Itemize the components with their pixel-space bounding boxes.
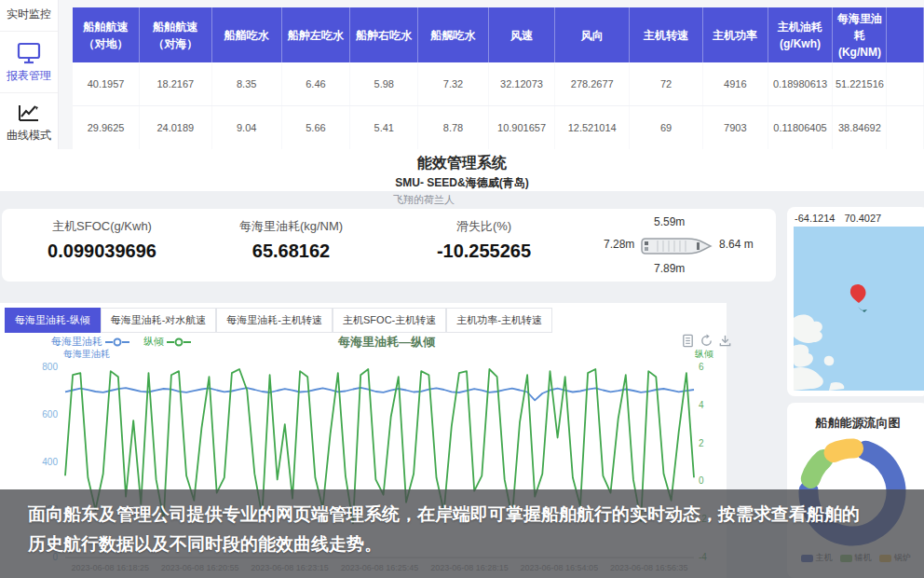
table-cell: 9.04	[211, 106, 281, 150]
map-latitude: 70.4027	[844, 213, 881, 224]
top-section: 实时监控 报表管理 曲线模式 船舶航速（对地）船舶航速（对海）船艏吃水船舯左吃水…	[0, 0, 924, 149]
table-cell: 5.41	[350, 106, 418, 150]
stats-card: 主机SFOC(g/Kwh) 0.099039696 每海里油耗(kg/NM) 6…	[2, 209, 776, 282]
chart-tab-4[interactable]: 主机功率-主机转速	[446, 308, 552, 333]
sidebar-item-label: 曲线模式	[0, 125, 58, 146]
stat-fuel-per-nm: 每海里油耗(kg/NM) 65.68162	[200, 218, 382, 262]
draft-aft-value: 7.89m	[654, 262, 685, 275]
table-cell: 18.2167	[140, 62, 211, 106]
stat-sfoc: 主机SFOC(g/Kwh) 0.099039696	[11, 218, 193, 262]
table-cell: 6.46	[281, 62, 349, 106]
draft-diagram: 5.59m 7.28m 8.64 m 7.89m	[587, 209, 773, 282]
sidebar: 实时监控 报表管理 曲线模式	[0, 0, 59, 149]
page-subtitle: SMU- SEED&海德威(青岛)	[0, 175, 924, 191]
table-cell: 32.12073	[488, 62, 555, 106]
table-cell: 24.0189	[140, 106, 211, 150]
table-cell: 5.66	[281, 106, 349, 150]
donut-segment-辅机	[810, 460, 823, 479]
ship-top-view-icon	[639, 237, 713, 255]
table-cell: 69	[630, 106, 703, 150]
stat-label: 每海里油耗(kg/NM)	[200, 218, 382, 235]
table-cell: 0.11806405	[768, 106, 833, 150]
chart-tab-2[interactable]: 每海里油耗-主机转速	[216, 308, 333, 333]
table-column-header: 船舶航速（对海）	[140, 7, 211, 62]
table-cell	[887, 62, 924, 106]
stat-label: 滑失比(%)	[393, 218, 575, 235]
stat-value: 0.099039696	[11, 241, 193, 262]
table-cell: 12.521014	[555, 106, 630, 150]
svg-text:6: 6	[699, 362, 704, 372]
series-每海里油耗	[65, 388, 694, 401]
table-cell: 0.18980613	[768, 62, 833, 106]
ship-name: 飞翔的荷兰人	[0, 193, 848, 207]
table-cell: 10.901657	[488, 106, 555, 150]
table-column-header: 主机转速	[630, 7, 703, 62]
chart-tab-bar: 每海里油耗-纵倾每海里油耗-对水航速每海里油耗-主机转速主机SFOC-主机转速主…	[5, 308, 552, 333]
sidebar-item-report-management[interactable]: 报表管理	[0, 32, 58, 93]
sidebar-item-realtime-monitor[interactable]: 实时监控	[0, 0, 58, 32]
table-cell: 278.2677	[555, 62, 630, 106]
table-cell: 29.9625	[73, 106, 140, 150]
draft-port-value: 7.28m	[604, 238, 634, 251]
svg-text:每海里油耗: 每海里油耗	[63, 349, 110, 359]
marketing-overlay: 面向船东及管理公司提供专业的网页端管理系统，在岸端即可掌握船舶航行的实时动态，按…	[0, 489, 924, 578]
table-column-header: 船舯右吃水	[350, 7, 418, 62]
map-longitude: -64.1214	[795, 213, 835, 224]
table-cell: 72	[630, 62, 703, 106]
table-column-header: 主机油耗 (g/Kwh)	[768, 7, 833, 62]
monitor-icon	[16, 41, 42, 65]
overlay-text-line1: 面向船东及管理公司提供专业的网页端管理系统，在岸端即可掌握船舶航行的实时动态，按…	[28, 500, 924, 530]
table-column-header: 船艉吃水	[418, 7, 488, 62]
map-coordinates: -64.121470.4027	[795, 213, 890, 224]
sidebar-item-label: 实时监控	[0, 4, 58, 25]
table-column-header: 风速	[488, 7, 555, 62]
table-cell: 40.1957	[73, 62, 140, 106]
draft-starboard-value: 8.64 m	[719, 238, 754, 251]
table-column-header: 主机功率	[703, 7, 768, 62]
chart-tab-1[interactable]: 每海里油耗-对水航速	[101, 308, 217, 333]
table-cell	[887, 106, 924, 150]
title-band: 能效管理系统 SMU- SEED&海德威(青岛)	[0, 149, 924, 191]
svg-text:4: 4	[699, 400, 704, 410]
table-column-header: 每海里油耗 (Kg/NM)	[833, 7, 887, 62]
svg-text:0: 0	[699, 475, 704, 486]
table-cell: 7.32	[418, 62, 488, 106]
table-cell: 7903	[703, 106, 768, 150]
stat-slip-ratio: 滑失比(%) -10.255265	[393, 218, 575, 262]
table-cell: 4916	[703, 62, 768, 106]
chart-tab-3[interactable]: 主机SFOC-主机转速	[333, 308, 446, 333]
page-title: 能效管理系统	[0, 154, 924, 173]
table-row[interactable]: 40.195718.21678.356.465.987.3232.1207327…	[73, 62, 924, 106]
table-column-header: 风向	[555, 7, 630, 62]
curve-icon	[16, 103, 42, 125]
stat-value: 65.68162	[200, 241, 382, 262]
table-column-header	[887, 7, 924, 62]
svg-text:800: 800	[42, 362, 58, 372]
stat-label: 主机SFOC(g/Kwh)	[11, 218, 193, 235]
table-cell: 8.35	[211, 62, 281, 106]
svg-text:2: 2	[699, 438, 704, 448]
stat-value: -10.255265	[393, 241, 575, 262]
table-cell: 8.78	[418, 106, 488, 150]
sidebar-item-label: 报表管理	[0, 65, 58, 87]
map-view[interactable]	[794, 227, 924, 391]
table-cell: 38.84692	[833, 106, 887, 150]
report-table: 船舶航速（对地）船舶航速（对海）船艏吃水船舯左吃水船舯右吃水船艉吃水风速风向主机…	[73, 7, 924, 150]
svg-text:400: 400	[42, 457, 58, 467]
map-card: -64.121470.4027	[787, 207, 924, 396]
svg-text:纵倾: 纵倾	[695, 349, 713, 359]
table-header-row: 船舶航速（对地）船舶航速（对海）船艏吃水船舯左吃水船舯右吃水船艉吃水风速风向主机…	[73, 7, 924, 62]
donut-segment-锅炉	[834, 448, 854, 453]
overlay-text-line2: 历史航行数据以及不同时段的能效曲线走势。	[28, 530, 924, 559]
energy-flow-title: 船舶能源流向图	[787, 415, 924, 432]
chart-tab-0[interactable]: 每海里油耗-纵倾	[5, 308, 101, 333]
table-column-header: 船舶航速（对地）	[73, 7, 140, 62]
sidebar-item-curve-mode[interactable]: 曲线模式	[0, 93, 58, 153]
table-row[interactable]: 29.962524.01899.045.665.418.7810.9016571…	[73, 106, 924, 150]
table-column-header: 船艏吃水	[211, 7, 281, 62]
table-cell: 51.221516	[833, 62, 887, 106]
draft-fore-value: 5.59m	[654, 215, 685, 228]
table-cell: 5.98	[350, 62, 418, 106]
table-column-header: 船舯左吃水	[281, 7, 349, 62]
svg-text:600: 600	[42, 409, 58, 420]
